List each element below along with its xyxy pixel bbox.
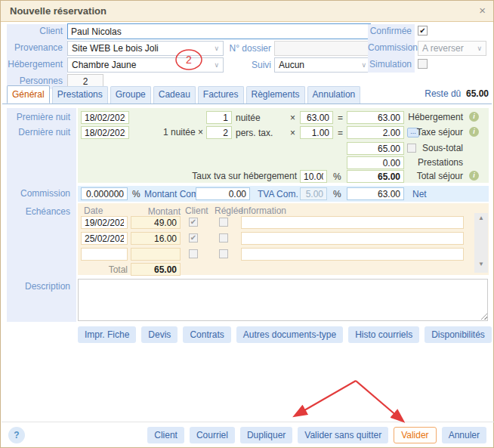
client-button[interactable]: Client xyxy=(147,427,184,443)
commission-label: Commission xyxy=(368,42,412,54)
echeances-header-date: Date xyxy=(84,205,103,216)
taxe-sejour-row-label: Taxe séjour xyxy=(406,126,463,139)
echeance-information-input[interactable] xyxy=(241,248,464,261)
echeance-reglee-checkbox[interactable] xyxy=(219,249,228,258)
top-right-label-block: Confirmée Commission Simulation xyxy=(368,24,415,73)
provenance-select[interactable]: Site WEB Le bois Joli ∨ xyxy=(67,41,224,56)
tab-prestations[interactable]: Prestations xyxy=(52,86,108,104)
confirmee-checkbox[interactable] xyxy=(418,26,428,36)
tabbar: Général Prestations Groupe Cadeau Factur… xyxy=(7,86,360,104)
tab-annulation[interactable]: Annulation xyxy=(307,86,361,104)
footer-buttons-row: Client Courriel Dupliquer Valider sans q… xyxy=(147,427,486,443)
echeance-client-checkbox[interactable] xyxy=(189,233,198,243)
main-left-label-column: Première nuit Dernière nuit Commission E… xyxy=(7,108,76,322)
info-icon[interactable] xyxy=(469,127,479,137)
total-sejour-input[interactable] xyxy=(347,170,404,183)
echeances-scrollbar[interactable] xyxy=(474,213,488,273)
dialog-title: Nouvelle réservation xyxy=(10,1,107,21)
echeance-client-checkbox[interactable] xyxy=(189,218,198,227)
taux-tva-input[interactable] xyxy=(300,170,327,183)
echeance-montant-input[interactable] xyxy=(131,248,181,261)
annotation-arrow-dupliquer xyxy=(295,381,356,416)
no-dossier-input[interactable] xyxy=(274,41,371,56)
autres-documents-button[interactable]: Autres documents-type xyxy=(236,326,343,343)
echeance-date-input[interactable] xyxy=(81,216,128,229)
histo-courriels-button[interactable]: Histo courriels xyxy=(348,326,419,343)
echeance-information-input[interactable] xyxy=(241,216,464,229)
contrats-button[interactable]: Contrats xyxy=(183,326,230,343)
simulation-checkbox[interactable] xyxy=(418,59,428,69)
echeance-date-input[interactable] xyxy=(81,232,128,245)
echeances-label: Echéances xyxy=(7,205,70,218)
suivi-value: Aucun xyxy=(279,60,304,70)
nuitee-qty-input[interactable] xyxy=(206,111,232,124)
net-label: Net xyxy=(412,189,427,199)
tab-cadeau[interactable]: Cadeau xyxy=(153,86,196,104)
info-icon[interactable] xyxy=(469,112,479,122)
echeances-total-input[interactable] xyxy=(131,263,181,276)
echeance-montant-input[interactable] xyxy=(131,232,181,245)
courriel-button[interactable]: Courriel xyxy=(190,427,235,443)
provenance-value: Site WEB Le bois Joli xyxy=(72,43,159,54)
new-reservation-dialog: Nouvelle réservation × Client Provenance… xyxy=(0,0,494,448)
close-icon[interactable]: × xyxy=(479,1,486,20)
annuler-button[interactable]: Annuler xyxy=(442,427,486,443)
tva-com-input[interactable] xyxy=(300,187,327,200)
suivi-label: Suivi xyxy=(242,59,271,72)
montant-com-input[interactable] xyxy=(196,187,250,200)
echeance-client-checkbox[interactable] xyxy=(189,249,198,258)
taxe-total-input[interactable] xyxy=(347,126,404,139)
multiply-sign: × xyxy=(290,128,295,138)
echeance-reglee-checkbox[interactable] xyxy=(219,218,228,227)
client-input[interactable] xyxy=(67,23,371,39)
scroll-down-icon[interactable] xyxy=(474,261,488,271)
sous-total-input[interactable] xyxy=(347,142,404,155)
reste-du-value: 65.00 xyxy=(466,88,489,99)
suivi-select[interactable]: Aucun ∨ xyxy=(274,57,371,73)
commission-taux-input[interactable] xyxy=(81,187,128,200)
top-left-label-block: Client Provenance Hébergement Personnes xyxy=(7,24,67,89)
hebergement-select[interactable]: Chambre Jaune ∨ xyxy=(67,57,224,73)
tab-general[interactable]: Général xyxy=(7,85,50,104)
tab-factures[interactable]: Factures xyxy=(198,86,244,104)
hebergement-rate-input[interactable] xyxy=(300,111,333,124)
help-button[interactable]: ? xyxy=(8,427,25,443)
taxe-rate-input[interactable] xyxy=(300,126,333,139)
valider-sans-quitter-button[interactable]: Valider sans quitter xyxy=(298,427,388,443)
dialog-titlebar: Nouvelle réservation × xyxy=(1,1,493,22)
echeances-header-client: Client xyxy=(185,205,208,216)
description-label: Description xyxy=(7,280,70,293)
percent-sign: % xyxy=(333,171,341,182)
commission-select[interactable]: A reverser ∨ xyxy=(418,41,486,56)
nuitee-unit-label: nuitée xyxy=(236,113,261,123)
taxe-prefix-label: 1 nuitée × xyxy=(129,126,203,139)
info-icon[interactable] xyxy=(469,171,479,181)
description-textarea[interactable] xyxy=(78,279,488,321)
confirmee-label: Confirmée xyxy=(368,25,412,38)
reste-du-label: Reste dû xyxy=(425,88,461,99)
net-input[interactable] xyxy=(347,187,404,200)
equals-sign: = xyxy=(338,113,343,123)
hebergement-value: Chambre Jaune xyxy=(72,60,136,70)
chevron-down-icon: ∨ xyxy=(361,60,366,70)
disponibilites-button[interactable]: Disponibilités xyxy=(425,326,492,343)
echeance-date-input[interactable] xyxy=(81,248,128,261)
echeance-information-input[interactable] xyxy=(241,232,464,245)
tab-reglements[interactable]: Règlements xyxy=(246,86,305,104)
derniere-nuit-date-input[interactable] xyxy=(81,126,129,139)
valider-button[interactable]: Valider xyxy=(394,427,436,443)
pers-tax-qty-input[interactable] xyxy=(206,126,232,139)
prestations-input[interactable] xyxy=(347,156,404,169)
tab-groupe[interactable]: Groupe xyxy=(110,86,151,104)
premiere-nuit-date-input[interactable] xyxy=(81,111,129,124)
echeance-reglee-checkbox[interactable] xyxy=(219,233,228,243)
devis-button[interactable]: Devis xyxy=(141,326,178,343)
hebergement-total-input[interactable] xyxy=(347,111,404,124)
scroll-up-icon[interactable] xyxy=(474,215,488,225)
derniere-nuit-label: Dernière nuit xyxy=(7,126,70,139)
echeance-montant-input[interactable] xyxy=(131,216,181,229)
equals-sign: = xyxy=(338,128,343,138)
total-sejour-label: Total séjour xyxy=(406,170,463,183)
impr-fiche-button[interactable]: Impr. Fiche xyxy=(78,326,136,343)
dupliquer-button[interactable]: Dupliquer xyxy=(240,427,292,443)
